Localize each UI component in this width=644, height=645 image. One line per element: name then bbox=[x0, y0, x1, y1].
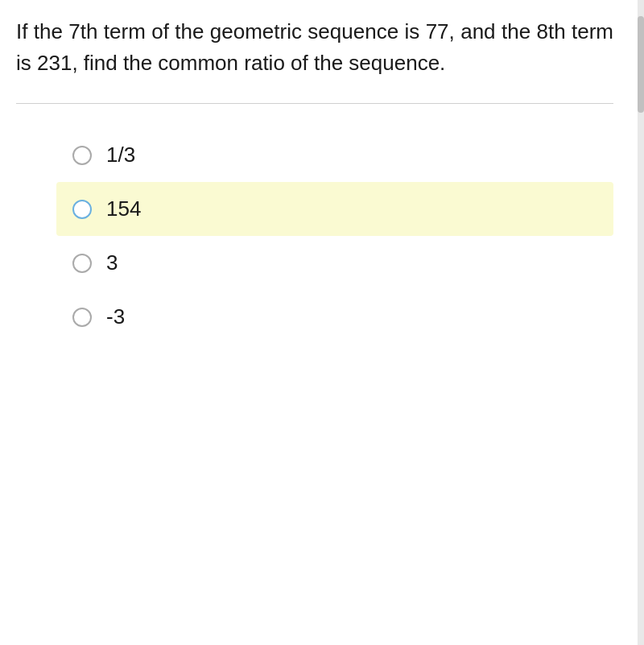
option-2[interactable]: 154 bbox=[56, 182, 613, 236]
option-label-2: 154 bbox=[106, 196, 141, 221]
divider bbox=[16, 103, 613, 104]
radio-4[interactable] bbox=[72, 308, 92, 327]
option-label-3: 3 bbox=[106, 250, 118, 275]
main-content: If the 7th term of the geometric sequenc… bbox=[0, 0, 638, 645]
option-label-4: -3 bbox=[106, 304, 125, 329]
option-label-1: 1/3 bbox=[106, 143, 135, 167]
radio-1[interactable] bbox=[72, 146, 92, 165]
option-1[interactable]: 1/3 bbox=[56, 128, 613, 182]
scrollbar-thumb[interactable] bbox=[638, 16, 644, 113]
option-4[interactable]: -3 bbox=[56, 290, 613, 344]
question-text: If the 7th term of the geometric sequenc… bbox=[16, 16, 613, 79]
options-container: 1/3 154 3 -3 bbox=[16, 128, 613, 344]
option-3[interactable]: 3 bbox=[56, 236, 613, 290]
scrollbar[interactable] bbox=[638, 0, 644, 645]
radio-3[interactable] bbox=[72, 254, 92, 273]
radio-2[interactable] bbox=[72, 200, 92, 219]
